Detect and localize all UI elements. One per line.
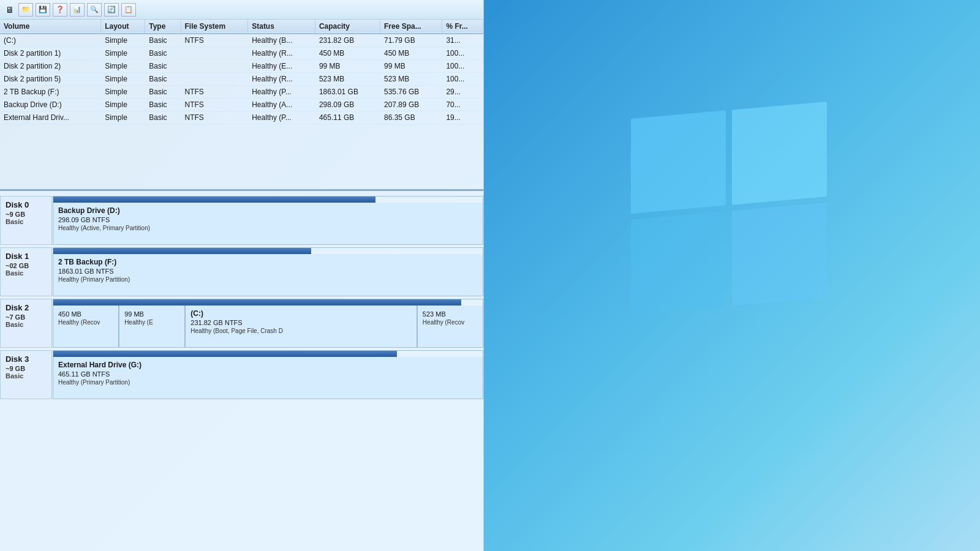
disk-size: ~9 GB <box>6 365 47 372</box>
cell-volume: 2 TB Backup (F:) <box>0 86 101 99</box>
disk-icon: 💾 <box>39 6 47 13</box>
col-free[interactable]: Free Spa... <box>380 20 442 34</box>
cell-fs <box>181 47 248 60</box>
disk-id: Disk 2 <box>6 303 47 312</box>
cell-status: Healthy (P... <box>248 86 315 99</box>
partition-size: 231.82 GB NTFS <box>190 319 412 326</box>
partition-name: External Hard Drive (G:) <box>58 361 478 369</box>
col-volume[interactable]: Volume <box>0 20 101 34</box>
table-header-row: Volume Layout Type File System Status Ca… <box>0 20 483 34</box>
col-pct[interactable]: % Fr... <box>442 20 483 34</box>
cell-pct: 100... <box>442 47 483 60</box>
volumes-table-area: Volume Layout Type File System Status Ca… <box>0 20 483 191</box>
table-row[interactable]: Disk 2 partition 1) Simple Basic Healthy… <box>0 47 483 60</box>
table-scroll-container[interactable]: Volume Layout Type File System Status Ca… <box>0 20 483 189</box>
rescan-icon: 🔍 <box>90 6 99 13</box>
partition-size: 1863.01 GB NTFS <box>58 268 478 275</box>
table-row[interactable]: External Hard Driv... Simple Basic NTFS … <box>0 111 483 124</box>
disk-type: Basic <box>6 218 47 225</box>
disk-type: Basic <box>6 269 47 277</box>
cell-layout: Simple <box>101 60 145 73</box>
cell-fs: NTFS <box>181 99 248 111</box>
disk-label: Disk 3 ~9 GB Basic <box>0 350 52 399</box>
windows-logo <box>631 110 827 306</box>
partition-blocks-row: Backup Drive (D:) 298.09 GB NTFS Healthy… <box>53 203 483 244</box>
partition-block[interactable]: 523 MB Healthy (Recov <box>418 305 483 347</box>
cell-type: Basic <box>145 34 181 47</box>
col-fs[interactable]: File System <box>181 20 248 34</box>
cell-fs <box>181 73 248 86</box>
title-bar-btn-4[interactable]: 📊 <box>70 3 85 17</box>
table-row[interactable]: Disk 2 partition 2) Simple Basic Healthy… <box>0 60 483 73</box>
col-layout[interactable]: Layout <box>101 20 145 34</box>
cell-fs: NTFS <box>181 86 248 99</box>
cell-status: Healthy (R... <box>248 73 315 86</box>
title-bar-btn-1[interactable]: 📁 <box>18 3 33 17</box>
cell-free: 450 MB <box>380 47 442 60</box>
cell-pct: 29... <box>442 86 483 99</box>
title-bar-btn-3[interactable]: ❓ <box>53 3 67 17</box>
table-row[interactable]: 2 TB Backup (F:) Simple Basic NTFS Healt… <box>0 86 483 99</box>
disk-row: Disk 2 ~7 GB Basic 450 MB Healthy (Recov… <box>0 299 483 348</box>
table-row[interactable]: Backup Drive (D:) Simple Basic NTFS Heal… <box>0 99 483 111</box>
partition-size: 450 MB <box>58 310 113 318</box>
cell-layout: Simple <box>101 99 145 111</box>
col-type[interactable]: Type <box>145 20 181 34</box>
cell-type: Basic <box>145 86 181 99</box>
disk-size: ~9 GB <box>6 211 47 218</box>
disk-id: Disk 1 <box>6 252 47 261</box>
cell-status: Healthy (A... <box>248 99 315 111</box>
cell-capacity: 465.11 GB <box>315 111 380 124</box>
partition-block[interactable]: (C:) 231.82 GB NTFS Healthy (Boot, Page … <box>186 305 418 347</box>
disk-label: Disk 1 ~02 GB Basic <box>0 247 52 296</box>
title-bar-btn-6[interactable]: 🔄 <box>104 3 119 17</box>
folder-icon: 📁 <box>21 6 30 13</box>
partition-name: 2 TB Backup (F:) <box>58 258 478 266</box>
disk-partitions-container: Backup Drive (D:) 298.09 GB NTFS Healthy… <box>53 196 483 245</box>
col-status[interactable]: Status <box>248 20 315 34</box>
cell-status: Healthy (E... <box>248 60 315 73</box>
col-capacity[interactable]: Capacity <box>315 20 380 34</box>
disk-id: Disk 3 <box>6 354 47 364</box>
app-icon: 🖥 <box>4 4 16 16</box>
cell-free: 71.79 GB <box>380 34 442 47</box>
cell-pct: 100... <box>442 73 483 86</box>
table-row[interactable]: (C:) Simple Basic NTFS Healthy (B... 231… <box>0 34 483 47</box>
cell-pct: 100... <box>442 60 483 73</box>
title-bar-btn-7[interactable]: 📋 <box>121 3 136 17</box>
cell-free: 86.35 GB <box>380 111 442 124</box>
disk-row: Disk 0 ~9 GB Basic Backup Drive (D:) 298… <box>0 196 483 245</box>
partition-block[interactable]: 2 TB Backup (F:) 1863.01 GB NTFS Healthy… <box>53 254 483 296</box>
title-bar-btn-2[interactable]: 💾 <box>36 3 50 17</box>
partition-blocks-row: External Hard Drive (G:) 465.11 GB NTFS … <box>53 357 483 399</box>
cell-layout: Simple <box>101 111 145 124</box>
disk-type: Basic <box>6 321 47 328</box>
disk-label: Disk 0 ~9 GB Basic <box>0 196 52 245</box>
partition-name: (C:) <box>190 309 412 318</box>
disk-management-window: 🖥 📁 💾 ❓ 📊 🔍 🔄 📋 <box>0 0 484 551</box>
cell-free: 523 MB <box>380 73 442 86</box>
cell-capacity: 298.09 GB <box>315 99 380 111</box>
cell-capacity: 231.82 GB <box>315 34 380 47</box>
partition-block[interactable]: 450 MB Healthy (Recov <box>53 305 119 347</box>
partition-size: 99 MB <box>124 310 179 318</box>
cell-free: 535.76 GB <box>380 86 442 99</box>
partition-blocks-row: 2 TB Backup (F:) 1863.01 GB NTFS Healthy… <box>53 254 483 296</box>
disk-usage-bar <box>53 248 311 254</box>
disk-id: Disk 0 <box>6 200 47 209</box>
cell-free: 99 MB <box>380 60 442 73</box>
table-row[interactable]: Disk 2 partition 5) Simple Basic Healthy… <box>0 73 483 86</box>
partition-block[interactable]: External Hard Drive (G:) 465.11 GB NTFS … <box>53 357 483 399</box>
partition-status: Healthy (Recov <box>423 319 478 326</box>
title-bar-btn-5[interactable]: 🔍 <box>87 3 102 17</box>
cell-layout: Simple <box>101 47 145 60</box>
disk-partitions-container: External Hard Drive (G:) 465.11 GB NTFS … <box>53 350 483 399</box>
cell-layout: Simple <box>101 34 145 47</box>
partition-status: Healthy (Active, Primary Partition) <box>58 225 478 231</box>
disk-size: ~02 GB <box>6 262 47 269</box>
partition-block[interactable]: Backup Drive (D:) 298.09 GB NTFS Healthy… <box>53 203 483 244</box>
cell-volume: Disk 2 partition 2) <box>0 60 101 73</box>
cell-type: Basic <box>145 47 181 60</box>
partition-block[interactable]: 99 MB Healthy (E <box>119 305 186 347</box>
partition-status: Healthy (Boot, Page File, Crash D <box>190 328 412 334</box>
